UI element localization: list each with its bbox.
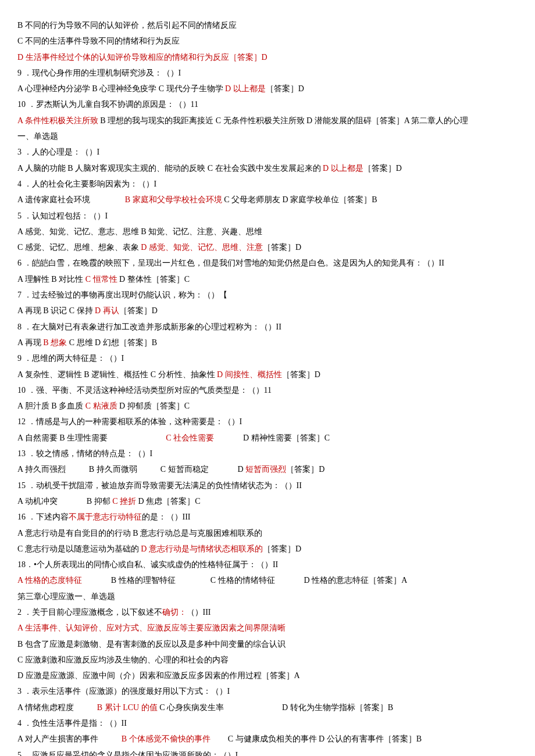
text: A 感觉、知觉、记忆、意志、思维 B 知觉、记忆、注意、兴趣、思维 <box>17 227 262 236</box>
text: 一、单选题 <box>17 132 58 141</box>
text-line: 一、单选题 <box>17 128 518 144</box>
text-line: 2 ．关于目前心理应激概念，以下叙述不确切：（）III <box>17 604 518 620</box>
text-line: 13 ．较之情感，情绪的特点是：（）I <box>17 446 518 461</box>
text: ［答案］D <box>363 164 402 173</box>
text-line: C 应激刺激和应激反应均涉及生物的、心理的和社会的内容 <box>17 652 518 668</box>
text-line: 15 ．动机受干扰阻滞，被迫放弃而导致需要无法满足的负性情绪状态为：（）II <box>17 478 518 493</box>
text: 18．•个人所表现出的同情心或自私、诚实或虚伪的性格特征属于：（）II <box>17 560 278 569</box>
highlighted-text: C 恒常性 <box>85 275 119 284</box>
text-line: B 包含了应激是刺激物、是有害刺激的反应以及是多种中间变量的综合认识 <box>17 636 518 652</box>
text: B 持久而微弱 <box>89 465 137 474</box>
text-line: 9 ．现代心身作用的生理机制研究涉及：（）I <box>17 65 518 81</box>
text: D 抑郁质［答案］C <box>119 402 190 410</box>
highlighted-text: A 生活事件、认知评价、应对方式、应激反应等主要应激因素之间界限清晰 <box>17 624 286 632</box>
text-line: 5 ．认知过程包括：（）I <box>17 208 518 224</box>
text: ［答案］D <box>263 243 301 252</box>
text: ［答案］D <box>119 306 158 315</box>
text: 5 ．认知过程包括：（）I <box>17 212 108 220</box>
text-line: A 胆汁质 B 多血质 C 粘液质 D 抑郁质［答案］C <box>17 398 518 414</box>
text-line: 7 ．过去经验过的事物再度出现时仍能认识，称为：（）【 <box>17 287 518 303</box>
text: A 持久而强烈 <box>17 465 66 474</box>
text: C 应激刺激和应激反应均涉及生物的、心理的和社会的内容 <box>17 655 229 664</box>
highlighted-text: D 感觉、知觉、记忆、思维、注意 <box>141 243 263 252</box>
text: A 理解性 B 对比性 <box>17 275 85 284</box>
text-line: 3 ．表示生活事件（应激源）的强度最好用以下方式：（）I <box>17 683 518 699</box>
text: C 与健康成负相关的事件 D 公认的有害事件［答案］B <box>228 734 422 743</box>
highlighted-text: B 个体感觉不偷快的事件 <box>122 734 211 743</box>
text: 10 ．强、平衡、不灵活这种神经活动类型所对应的气质类型是：（）11 <box>17 386 272 395</box>
text: B 不同的行为导致不同的认知评价，然后引起不同的情绪反应 <box>17 21 237 30</box>
text: 13 ．较之情感，情绪的特点是：（）I <box>17 449 152 458</box>
text: A 自然需要 B 生理性需要 <box>17 433 108 442</box>
text: A 动机冲突 <box>17 497 58 506</box>
text: A 情绪焦虑程度 <box>17 703 74 712</box>
text: D 应激是应激源、应激中间（介）因素和应激反应多因素的作用过程［答案］A <box>17 671 300 680</box>
text-line: A 意志行动是有自觉目的的行动 B 意志行动总是与克服困难相联系的 <box>17 525 518 541</box>
highlighted-text: D 间接性、概括性 <box>217 370 282 379</box>
highlighted-text: D 以上都是 <box>323 164 363 173</box>
text: C 意志行动是以随意运动为基础的 <box>17 544 141 553</box>
highlighted-text: D 再认 <box>95 306 119 315</box>
text: D 整体性［答案］C <box>119 275 190 284</box>
text: D 性格的意志特征［答案］A <box>304 576 408 585</box>
highlighted-text: D 生活事件经过个体的认知评价导致相应的情绪和行为反应［答案］D <box>17 53 268 62</box>
text: 3 ．表示生活事件（应激源）的强度最好用以下方式：（）I <box>17 687 230 696</box>
text-line: 10 ．强、平衡、不灵活这种神经活动类型所对应的气质类型是：（）11 <box>17 382 518 398</box>
text: A 人脑的功能 B 人脑对客观现实主观的、能动的反映 C 在社会实践中发生发展起… <box>17 164 323 173</box>
text: ［答案］D <box>286 465 324 474</box>
highlighted-text: D 意志行动是与情绪状态相联系的 <box>141 544 263 553</box>
text-line: 5 ．应激反应最妥切的含义是指个体因为应激源所致的：（）I <box>17 747 518 756</box>
text-line: A 再现 B 想象 C 思维 D 幻想［答案］B <box>17 335 518 350</box>
text: 15 ．动机受干扰阻滞，被迫放弃而导致需要无法满足的负性情绪状态为：（）II <box>17 481 302 490</box>
text-line: D 生活事件经过个体的认知评价导致相应的情绪和行为反应［答案］D <box>17 49 518 65</box>
text: A 意志行动是有自觉目的的行动 B 意志行动总是与克服困难相联系的 <box>17 529 262 538</box>
text: 4 ．负性生活事件是指：（）II <box>17 719 127 728</box>
text: ［答案］D <box>263 544 301 553</box>
text-line: 12 ．情感是与人的一种需要相联系的体验，这种需要是：（）I <box>17 414 518 429</box>
text: C 父母老师朋友 D 家庭学校单位［答案］B <box>224 195 377 204</box>
text-line: 10 ．罗杰斯认为儿童自我不协调的原因是：（）11 <box>17 96 518 112</box>
text: 16 ．下述内容 <box>17 513 69 521</box>
text-line: A 再现 B 识记 C 保持 D 再认［答案］D <box>17 303 518 318</box>
text: A 再现 B 识记 C 保持 <box>17 306 95 315</box>
text: 12 ．情感是与人的一种需要相联系的体验，这种需要是：（）I <box>17 417 242 426</box>
text: C 不同的生活事件导致不同的情绪和行为反应 <box>17 37 180 45</box>
highlighted-text: B 家庭和父母学校社会环境 <box>125 195 224 204</box>
text: ［答案］D <box>266 84 304 93</box>
text-line: 16 ．下述内容不属于意志行动特征的是：（）III <box>17 509 518 525</box>
text: 3 ．人的心理是：（）I <box>17 148 99 156</box>
highlighted-text: A 条件性积极关注所致 <box>17 116 100 125</box>
highlighted-text: C 社会性需要 <box>166 433 214 442</box>
text: A 对人产生损害的事件 <box>17 734 98 743</box>
text: B 抑郁 <box>87 497 112 506</box>
text: A 再现 <box>17 338 43 347</box>
text-line: C 意志行动是以随意运动为基础的 D 意志行动是与情绪状态相联系的［答案］D <box>17 541 518 557</box>
text-line: A 复杂性、逻辑性 B 逻辑性、概括性 C 分析性、抽象性 D 间接性、概括性［… <box>17 367 518 382</box>
text: （）III <box>187 608 211 617</box>
text-line: A 感觉、知觉、记忆、意志、思维 B 知觉、记忆、注意、兴趣、思维 <box>17 224 518 239</box>
text-line: A 遗传家庭社会环境B 家庭和父母学校社会环境 C 父母老师朋友 D 家庭学校单… <box>17 192 518 207</box>
document-body: B 不同的行为导致不同的认知评价，然后引起不同的情绪反应C 不同的生活事件导致不… <box>17 17 518 756</box>
text: A 遗传家庭社会环境 <box>17 195 90 204</box>
text-line: 8 ．在大脑对已有表象进行加工改造并形成新形象的心理过程称为：（）II <box>17 319 518 335</box>
text-line: A 理解性 B 对比性 C 恒常性 D 整体性［答案］C <box>17 271 518 287</box>
text: C 性格的情绪特征 <box>211 576 275 585</box>
text-line: D 应激是应激源、应激中间（介）因素和应激反应多因素的作用过程［答案］A <box>17 668 518 683</box>
text: 8 ．在大脑对已有表象进行加工改造并形成新形象的心理过程称为：（）II <box>17 323 281 331</box>
text: B 理想的我与现实的我距离接近 C 无条件性积极关注所致 D 潜能发展的阻碍［答… <box>100 116 468 125</box>
text: B 包含了应激是刺激物、是有害刺激的反应以及是多种中间变量的综合认识 <box>17 640 286 648</box>
text-line: C 不同的生活事件导致不同的情绪和行为反应 <box>17 33 518 49</box>
text: 6 ．皑皑白雪，在晚霞的映照下，呈现出一片红色，但是我们对雪地的知觉仍然是白色。… <box>17 259 444 267</box>
highlighted-text: C 粘液质 <box>85 402 119 410</box>
text-line: A 动机冲突B 抑郁 C 挫折 D 焦虑［答案］C <box>17 493 518 509</box>
highlighted-text: B 累计 LCU 的值 <box>97 703 159 712</box>
text-line: 4 ．负性生活事件是指：（）II <box>17 715 518 731</box>
text: ［答案］D <box>282 370 320 379</box>
text-line: A 自然需要 B 生理性需要C 社会性需要D 精神性需要［答案］C <box>17 430 518 446</box>
text-line: 9 ．思维的两大特征是：（）I <box>17 350 518 366</box>
text: 9 ．思维的两大特征是：（）I <box>17 354 124 363</box>
text: D 转化为生物学指标［答案］B <box>282 703 393 712</box>
text: 10 ．罗杰斯认为儿童自我不协调的原因是：（）11 <box>17 100 198 109</box>
text-line: A 对人产生损害的事件B 个体感觉不偷快的事件C 与健康成负相关的事件 D 公认… <box>17 731 518 747</box>
highlighted-text: A 性格的态度特征 <box>17 576 82 585</box>
